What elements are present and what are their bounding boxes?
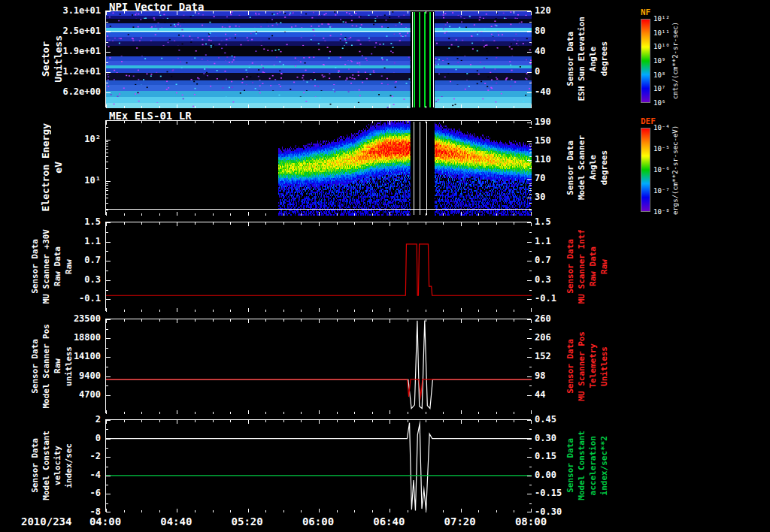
els-energy-right-axis-label-line: Sensor Data [565, 141, 575, 195]
colorbar-unit-label: ergs/(cm**2-sr-sec-eV) [671, 122, 680, 218]
colorbar-tick-label: 10⁻⁷ [653, 187, 670, 195]
colorbar-def [641, 128, 650, 212]
model-constant-canvas [106, 420, 532, 512]
npi-sector-right-axis-label-line: Angle [588, 47, 598, 71]
model-constant-left-axis-label-line: Model Constant [41, 431, 51, 500]
x-tick-label: 06:00 [302, 515, 334, 527]
scanner-pos-right-axis-label-line: Sensor Data [565, 339, 575, 394]
colorbar-tick-label: 10¹⁰ [653, 43, 670, 50]
els-energy-right-axis-label-line: Model Scanner [577, 135, 587, 200]
colorbar-tick-label: 10⁸ [653, 71, 665, 79]
mu-scanner-intf-left-axis-label-line: Sensor Data [30, 239, 40, 294]
els-energy-right-axis-label-line: degrees [599, 150, 609, 185]
mu-scanner-intf-right-axis-label-line: Raw [599, 259, 609, 274]
scanner-pos-right-axis-label: Sensor DataMU Scanner PosTelemetryUnitle… [558, 319, 617, 413]
x-axis-date-label: 2010/234 [21, 515, 71, 527]
colorbar-tick-label: 10⁻⁴ [653, 124, 670, 131]
els-energy-canvas [106, 121, 532, 216]
colorbar-tick-label: 10⁻⁸ [653, 208, 670, 216]
scanner-pos-left-axis-label-line: Model Scanner Pos [41, 324, 51, 409]
scanner-pos-canvas [106, 319, 532, 414]
scanner-pos-left-axis-label: Sensor DataModel Scanner PosRawunitless [23, 319, 81, 413]
npi-sector-left-axis-label-line: Sector [40, 41, 51, 77]
colorbar-tick-label: 10¹¹ [653, 29, 670, 37]
model-constant-right-axis-label: Sensor DataModel Constantaccelerationind… [558, 419, 617, 512]
x-tick-label: 06:40 [373, 515, 405, 527]
plot-area-mu-scanner-intf [105, 222, 531, 311]
npi-sector-left-axis-label: SectorUnitless [23, 11, 81, 107]
npi-sector-right-axis-label-line: degrees [599, 41, 609, 76]
mu-scanner-intf-left-axis-label-line: MU Scanner +30V [41, 229, 51, 304]
colorbar-tick-label: 10⁷ [653, 85, 665, 92]
scanner-pos-left-axis-label-line: unitless [64, 346, 74, 386]
colorbar-tick-label: 10⁶ [653, 99, 665, 107]
mu-scanner-intf-right-axis-label: Sensor DataMU Scanner IntfRaw DataRaw [558, 222, 617, 311]
npi-sector-right-axis-label-line: ESH Sun Elevation [577, 17, 587, 101]
mu-scanner-intf-right-axis-label-line: MU Scanner Intf [577, 229, 587, 304]
scanner-pos-left-axis-label-line: Raw [53, 358, 62, 373]
x-tick-label: 07:20 [444, 515, 476, 527]
mu-scanner-intf-right-axis-label-line: Sensor Data [565, 239, 575, 294]
scanner-pos-right-axis-label-line: MU Scanner Pos [577, 331, 587, 401]
npi-sector-canvas [106, 11, 532, 108]
mu-scanner-intf-left-axis-label: Sensor DataMU Scanner +30VRaw DataRaw [23, 222, 81, 311]
els-energy-right-axis-label: Sensor DataModel ScannerAngledegrees [558, 120, 617, 215]
colorbar-nf [641, 19, 650, 103]
plot-area-scanner-pos [105, 319, 531, 413]
scanner-pos-right-axis-label-line: Unitless [599, 346, 609, 386]
colorbar-title-nf: NF [641, 8, 650, 17]
colorbar-tick-label: 10¹² [653, 15, 670, 23]
npi-sector-right-axis-label: Sensor DataESH Sun ElevationAngledegrees [558, 11, 617, 107]
x-tick-label: 05:20 [232, 515, 263, 527]
colorbar-unit-label: cnts/(cm**2-sr-sec) [671, 13, 680, 109]
x-tick-label: 04:00 [89, 515, 121, 527]
mu-scanner-intf-right-axis-label-line: Raw Data [588, 246, 598, 286]
model-constant-right-axis-label-line: Model Constant [577, 431, 587, 500]
els-energy-right-axis-label-line: Angle [588, 155, 598, 180]
npi-sector-left-axis-label-line: Unitless [53, 35, 64, 83]
els-energy-left-axis-label: Electron EnergyeV [23, 120, 81, 215]
mu-scanner-intf-left-axis-label-line: Raw [64, 259, 74, 274]
science-plot-screen: NPI Vector Data MEx ELS-01 LR 2010/234 3… [0, 0, 770, 532]
model-constant-left-axis-label: Sensor DataModel Constantvelocityindex/s… [23, 419, 81, 512]
scanner-pos-left-axis-label-line: Sensor Data [30, 339, 40, 394]
model-constant-right-axis-label-line: acceleration [588, 436, 598, 495]
mu-scanner-intf-canvas [106, 222, 532, 312]
els-energy-left-axis-label-line: eV [53, 162, 64, 174]
plot-area-model-constant [105, 419, 531, 512]
model-constant-right-axis-label-line: Sensor Data [565, 438, 575, 493]
colorbar-tick-label: 10⁹ [653, 57, 665, 65]
npi-sector-right-axis-label-line: Sensor Data [565, 32, 575, 86]
els-energy-left-axis-label-line: Electron Energy [40, 123, 51, 211]
mu-scanner-intf-left-axis-label-line: Raw Data [53, 246, 62, 286]
scanner-pos-right-axis-label-line: Telemetry [588, 343, 598, 388]
plot-area-npi-sector [105, 11, 531, 107]
model-constant-left-axis-label-line: Sensor Data [30, 438, 40, 493]
colorbar-tick-label: 10⁻⁵ [653, 145, 670, 153]
x-tick-label: 08:00 [515, 515, 547, 527]
model-constant-right-axis-label-line: index/sec**2 [599, 436, 609, 495]
x-tick-label: 04:40 [160, 515, 192, 527]
model-constant-left-axis-label-line: velocity [53, 446, 62, 485]
model-constant-left-axis-label-line: index/sec [64, 443, 74, 488]
colorbar-tick-label: 10⁻⁶ [653, 166, 670, 174]
plot-area-els-energy [105, 120, 531, 215]
